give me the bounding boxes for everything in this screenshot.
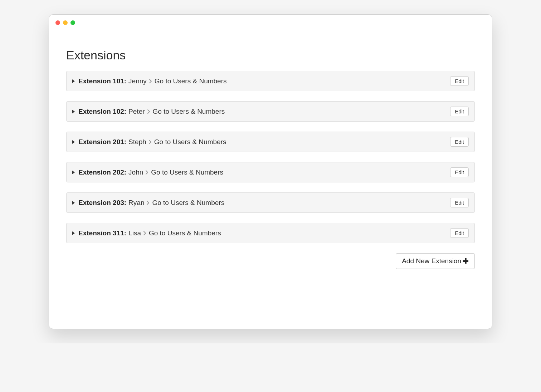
- chevron-right-icon: [146, 200, 150, 205]
- extension-label: Extension 201:: [78, 138, 126, 146]
- extension-label: Extension 203:: [78, 199, 126, 207]
- add-new-extension-button[interactable]: Add New Extension ✚: [396, 253, 475, 269]
- extension-label: Extension 101:: [78, 77, 126, 85]
- extension-link[interactable]: Go to Users & Numbers: [153, 108, 225, 116]
- caret-right-icon: [72, 231, 75, 235]
- extension-info: Extension 202: John Go to Users & Number…: [72, 168, 223, 176]
- extension-link[interactable]: Go to Users & Numbers: [149, 229, 221, 237]
- extension-link[interactable]: Go to Users & Numbers: [154, 138, 226, 146]
- extension-row[interactable]: Extension 101: Jenny Go to Users & Numbe…: [66, 71, 475, 91]
- caret-right-icon: [72, 140, 75, 144]
- edit-button[interactable]: Edit: [450, 167, 469, 177]
- page-title: Extensions: [66, 48, 475, 62]
- content-area: Extensions Extension 101: Jenny Go to Us…: [49, 30, 492, 283]
- extension-link[interactable]: Go to Users & Numbers: [151, 168, 223, 176]
- extension-row[interactable]: Extension 203: Ryan Go to Users & Number…: [66, 192, 475, 213]
- extension-info: Extension 203: Ryan Go to Users & Number…: [72, 199, 224, 207]
- extensions-list: Extension 101: Jenny Go to Users & Numbe…: [66, 71, 475, 243]
- extension-row[interactable]: Extension 201: Steph Go to Users & Numbe…: [66, 132, 475, 152]
- maximize-window-button[interactable]: [70, 20, 75, 25]
- caret-right-icon: [72, 79, 75, 83]
- extension-link[interactable]: Go to Users & Numbers: [155, 77, 227, 85]
- caret-right-icon: [72, 171, 75, 174]
- extension-info: Extension 102: Peter Go to Users & Numbe…: [72, 108, 225, 116]
- edit-button[interactable]: Edit: [450, 76, 469, 86]
- plus-icon: ✚: [463, 258, 469, 265]
- add-button-label: Add New Extension: [402, 257, 461, 265]
- app-window: Extensions Extension 101: Jenny Go to Us…: [49, 14, 492, 329]
- extension-row[interactable]: Extension 311: Lisa Go to Users & Number…: [66, 223, 475, 243]
- chevron-right-icon: [145, 170, 149, 175]
- traffic-lights: [55, 20, 75, 25]
- extension-user-name: Steph: [128, 138, 146, 146]
- chevron-right-icon: [143, 231, 147, 236]
- titlebar: [49, 15, 492, 30]
- edit-button[interactable]: Edit: [450, 107, 469, 116]
- extension-link[interactable]: Go to Users & Numbers: [152, 199, 224, 207]
- caret-right-icon: [72, 201, 75, 205]
- extension-user-name: Ryan: [128, 199, 144, 207]
- edit-button[interactable]: Edit: [450, 198, 469, 207]
- extension-user-name: Jenny: [128, 77, 147, 85]
- extension-label: Extension 102:: [78, 108, 126, 116]
- close-window-button[interactable]: [55, 20, 60, 25]
- extension-row[interactable]: Extension 202: John Go to Users & Number…: [66, 162, 475, 182]
- extension-row[interactable]: Extension 102: Peter Go to Users & Numbe…: [66, 101, 475, 122]
- chevron-right-icon: [147, 109, 151, 114]
- extension-user-name: John: [128, 168, 143, 176]
- extension-label: Extension 311:: [78, 229, 126, 237]
- edit-button[interactable]: Edit: [450, 137, 469, 147]
- extension-info: Extension 311: Lisa Go to Users & Number…: [72, 229, 221, 237]
- chevron-right-icon: [148, 139, 152, 144]
- extension-info: Extension 201: Steph Go to Users & Numbe…: [72, 138, 226, 146]
- minimize-window-button[interactable]: [63, 20, 68, 25]
- extension-label: Extension 202:: [78, 168, 126, 176]
- extension-info: Extension 101: Jenny Go to Users & Numbe…: [72, 77, 226, 85]
- chevron-right-icon: [149, 79, 152, 84]
- add-section: Add New Extension ✚: [66, 253, 475, 269]
- edit-button[interactable]: Edit: [450, 228, 469, 238]
- caret-right-icon: [72, 110, 75, 113]
- extension-user-name: Peter: [128, 108, 145, 116]
- extension-user-name: Lisa: [128, 229, 141, 237]
